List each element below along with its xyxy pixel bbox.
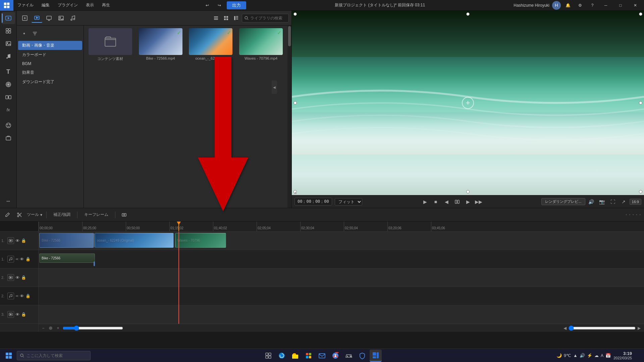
clip-waves-video[interactable]: Waves - 70796 <box>175 233 226 248</box>
preview-area[interactable]: + ▲ <box>292 11 644 195</box>
library-search-input[interactable] <box>250 16 286 20</box>
tools-dropdown[interactable]: ツール ▾ <box>27 212 42 218</box>
zoom-slider[interactable] <box>63 325 123 331</box>
track-lock-icon[interactable]: 🔒 <box>21 275 26 280</box>
list-item[interactable]: ✓ Bike - 72566.mp4 <box>137 28 184 61</box>
detail-view-btn[interactable] <box>232 14 240 22</box>
track-type-audio-icon[interactable] <box>7 256 14 262</box>
handle-top-right[interactable] <box>639 12 642 16</box>
track-visibility-eye[interactable]: 👁 <box>15 312 20 317</box>
sidebar-item-more[interactable]: ••• <box>2 195 15 207</box>
handle-bottom-center[interactable] <box>466 190 470 193</box>
store-icon[interactable] <box>303 350 315 362</box>
clip-bike-audio[interactable]: Bike - 72566 <box>39 253 95 263</box>
handle-middle-right[interactable] <box>639 101 642 105</box>
prev-frame-button[interactable]: ◀ <box>442 197 451 206</box>
handle-top-center[interactable] <box>466 12 470 16</box>
split-button[interactable] <box>452 197 462 206</box>
stop-button[interactable]: ■ <box>431 197 440 206</box>
grid-view-btn[interactable] <box>222 14 230 22</box>
list-item[interactable]: コンテンツ素材 <box>87 28 134 61</box>
track-type-video-icon[interactable] <box>7 274 14 281</box>
zoom-reset-btn[interactable] <box>47 324 55 332</box>
track-visibility-eye[interactable]: 👁 <box>15 238 20 243</box>
media-view-monitor-btn[interactable] <box>44 13 54 23</box>
maximize-button[interactable]: □ <box>614 0 627 11</box>
zoom-out-btn[interactable]: − <box>40 325 47 331</box>
category-item-media-all[interactable]: 動画・画像・音楽 <box>18 41 82 50</box>
category-add-btn[interactable] <box>19 29 29 38</box>
menu-plugin[interactable]: プラグイン <box>54 0 82 11</box>
sidebar-item-sticker[interactable] <box>2 119 15 131</box>
clip-bike-video[interactable]: Bike - 72566 <box>39 233 94 248</box>
security-icon[interactable] <box>356 350 368 362</box>
timeline-tool-cut[interactable] <box>15 210 24 220</box>
track-lock-icon[interactable]: 🔒 <box>25 257 31 261</box>
fast-forward-button[interactable]: ▶▶ <box>474 197 483 206</box>
track-type-video-icon[interactable] <box>7 237 14 244</box>
category-item-color-board[interactable]: カラーボード <box>18 50 82 59</box>
sidebar-item-image[interactable] <box>2 38 15 50</box>
media-view-video-btn[interactable] <box>32 13 42 23</box>
export-frame-button[interactable]: ↗ <box>619 197 628 206</box>
menu-play[interactable]: 再生 <box>98 0 114 11</box>
video-editor-icon[interactable] <box>370 350 382 362</box>
timecode-display[interactable]: 00；00；00；00 <box>294 198 332 205</box>
show-desktop-btn[interactable] <box>635 350 641 362</box>
sidebar-item-transitions[interactable] <box>2 91 15 103</box>
onedrive-icon[interactable]: ☁ <box>594 353 599 358</box>
menu-edit[interactable]: 編集 <box>38 0 54 11</box>
category-item-sfx[interactable]: 効果音 <box>18 68 82 77</box>
sidebar-item-composite[interactable] <box>2 132 15 144</box>
scroll-right-btn[interactable]: ▶ <box>636 326 643 330</box>
menu-view[interactable]: 表示 <box>82 0 98 11</box>
list-item[interactable]: ✓ ocean_-_62249 (... <box>187 28 235 61</box>
network-icon[interactable]: ▲ <box>573 353 578 358</box>
windows-start-icon[interactable] <box>3 350 15 362</box>
adjust-button[interactable]: 補正/強調 <box>51 212 73 218</box>
sidebar-item-text[interactable]: T <box>2 66 15 78</box>
timeline-tool-pencil[interactable] <box>3 210 12 220</box>
help-icon[interactable]: ? <box>588 1 597 10</box>
sidebar-item-fx[interactable]: fx <box>2 104 15 116</box>
play-button[interactable]: ▶ <box>420 197 430 206</box>
scroll-left-btn[interactable]: ◀ <box>561 326 569 330</box>
next-frame-button[interactable]: ▶ <box>463 197 473 206</box>
minimize-button[interactable]: ─ <box>600 0 612 11</box>
list-item[interactable]: ✓ Waves - 70796.mp4 <box>237 28 285 61</box>
track-visibility-eye[interactable]: 👁 <box>15 275 20 280</box>
close-button[interactable]: ✕ <box>629 0 641 11</box>
notifications-icon[interactable]: 🔔 <box>564 1 573 10</box>
snapshot-button[interactable]: 📷 <box>597 197 607 206</box>
track-lock-icon[interactable]: 🔒 <box>21 238 26 243</box>
render-preview-button[interactable]: レンダリングプレビ... <box>541 198 585 205</box>
handle-top-left[interactable] <box>293 12 297 16</box>
scroll-track[interactable] <box>288 26 291 46</box>
track-type-video-icon[interactable] <box>7 311 14 318</box>
gaming-icon[interactable] <box>343 350 355 362</box>
ime-icon[interactable]: A <box>601 353 603 358</box>
horizontal-scrollbar[interactable] <box>569 325 636 331</box>
category-filter-btn[interactable] <box>30 29 40 38</box>
track-lock-icon[interactable]: 🔒 <box>25 294 31 298</box>
category-item-bgm[interactable]: BGM <box>18 60 82 68</box>
settings-icon[interactable]: ⚙ <box>576 1 585 10</box>
media-view-image-btn[interactable] <box>56 13 66 23</box>
sidebar-item-project[interactable] <box>2 25 15 37</box>
handle-bottom-right[interactable] <box>639 190 642 193</box>
edge-browser-icon[interactable] <box>276 350 288 362</box>
sidebar-item-effects[interactable] <box>2 78 15 90</box>
mail-icon[interactable] <box>316 350 328 362</box>
chrome-icon[interactable] <box>329 350 341 362</box>
track-visibility-eye[interactable]: 👁 <box>20 257 24 262</box>
sidebar-item-music[interactable] <box>2 50 15 62</box>
undo-icon[interactable]: ↩ <box>203 1 212 10</box>
track-lock-icon[interactable]: 🔒 <box>21 312 26 317</box>
media-view-audio-btn[interactable] <box>68 13 78 23</box>
clip-ocean-video[interactable]: ocean_- 62249 (Original) <box>95 233 174 248</box>
sidebar-item-media[interactable] <box>2 12 15 24</box>
file-explorer-icon[interactable] <box>289 350 301 362</box>
output-button[interactable]: 出力 <box>227 1 246 9</box>
ruler-playhead[interactable] <box>178 222 179 231</box>
trim-handle-right[interactable] <box>94 261 95 266</box>
